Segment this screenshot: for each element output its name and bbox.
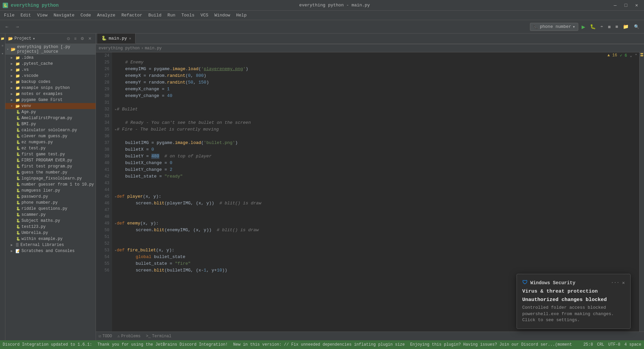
tree-item-within-example[interactable]: 🐍 within example.py — [5, 236, 96, 242]
run-config-icon: 📞 — [533, 24, 538, 30]
debug-button[interactable]: 🐛 — [589, 22, 597, 31]
tree-label-within-example: within example.py — [21, 237, 62, 241]
run-config-dropdown[interactable]: 📞 phone number ▾ — [530, 23, 578, 31]
tree-item-first-test[interactable]: 🐍 first test program.py — [5, 163, 96, 169]
tree-item-loginpage[interactable]: 🐍 loginpage_fixsololearn.py — [5, 176, 96, 182]
tab-todo[interactable]: ☑ TODO — [99, 334, 112, 339]
title-bar-controls: — □ ✕ — [610, 1, 641, 10]
project-selector[interactable]: 📂 Project ▾ — [8, 36, 35, 41]
python-file-icon: 🐍 — [16, 110, 20, 114]
tree-item-venv[interactable]: ▾ 📂 venv — [5, 103, 96, 109]
menu-code[interactable]: Code — [78, 12, 94, 19]
menu-help[interactable]: Help — [233, 12, 249, 19]
tree-item-pytest[interactable]: ▶ 📁 .pytest_cache — [5, 61, 96, 67]
tree-item-guess-number[interactable]: 🐍 guess the number.py — [5, 169, 96, 176]
search-button[interactable]: 🔍 — [632, 23, 641, 31]
tree-item-test123[interactable]: 🐍 test123.py — [5, 224, 96, 230]
folder-button[interactable]: 📁 — [622, 22, 630, 31]
notification-heading: Unauthorized changes blocked — [522, 297, 625, 303]
minimize-button[interactable]: — — [610, 1, 620, 10]
tree-item-scratches[interactable]: ▶ 📝 Scratches and Consoles — [5, 248, 96, 254]
tab-close-button[interactable]: ✕ — [129, 36, 131, 41]
tree-item-backup-codes[interactable]: ▶ 📁 backup codes — [5, 79, 96, 85]
sidebar-scope-button[interactable]: ⊙ — [65, 36, 71, 42]
tree-item-vs[interactable]: ▶ 📁 .vs — [5, 67, 96, 73]
tree-item-scammer[interactable]: 🐍 scammer.py — [5, 212, 96, 218]
notification-subtitle: Virus & threat protection — [522, 289, 625, 294]
tab-problems[interactable]: ⚠ Problems — [117, 334, 141, 339]
menu-analyze[interactable]: Analyze — [94, 12, 118, 19]
tree-item-first-program[interactable]: 🐍 FIRST PROGRAM EVER.py — [5, 157, 96, 163]
tree-label-phone-number: phone number.py — [21, 200, 58, 205]
tree-item-notes[interactable]: ▶ 📁 notes or examples — [5, 91, 96, 97]
project-icon[interactable]: 📁 — [0, 36, 5, 41]
sidebar-settings-button[interactable]: ⚙ — [79, 36, 86, 42]
tree-item-vscode[interactable]: ▶ 📁 .vscode — [5, 73, 96, 79]
notification-close-button[interactable]: ✕ — [622, 280, 625, 286]
right-gutter[interactable] — [639, 52, 644, 332]
terminal-icon: >_ — [146, 334, 151, 339]
tree-item-numguess-lier[interactable]: 🐍 numguess lier.py — [5, 188, 96, 194]
tree-item-bmi[interactable]: 🐍 BMI.py — [5, 121, 96, 127]
tree-root[interactable]: ▾ 📂 everything python [.py projects] _so… — [5, 44, 96, 55]
toolbar-back-button[interactable]: ← — [3, 23, 11, 31]
menu-edit[interactable]: Edit — [18, 12, 34, 19]
menu-window[interactable]: Window — [212, 12, 233, 19]
menu-tools[interactable]: Tools — [179, 12, 197, 19]
tree-item-password[interactable]: 🐍 password.py — [5, 194, 96, 200]
tree-item-age[interactable]: 🐍 Age.py — [5, 109, 96, 115]
menu-vcs[interactable]: VCS — [198, 12, 211, 19]
status-bar: Discord Integration updated to 1.6.1: Th… — [0, 340, 644, 349]
title-bar-title: everything python - main.py — [299, 3, 370, 8]
tree-item-calc-solo[interactable]: 🐍 calculator sololearn.py — [5, 127, 96, 133]
tree-label-guess-number: guess the number.py — [21, 170, 67, 175]
tree-item-umbrella[interactable]: 🐍 Umbrella.py — [5, 230, 96, 236]
chevron-down-icon: ▾ — [573, 24, 575, 30]
sidebar-close-button[interactable]: ✕ — [87, 36, 93, 42]
sidebar-collapse-button[interactable]: ≡ — [73, 36, 78, 42]
tree-item-ez-test[interactable]: 🐍 ez test.py — [5, 145, 96, 151]
tree-item-number-guesser[interactable]: 🐍 number guesser from 1 to 10.py — [5, 182, 96, 188]
menu-build[interactable]: Build — [146, 12, 164, 19]
tree-item-amelia[interactable]: 🐍 AmeliaFirstProgram.py — [5, 115, 96, 121]
tree-item-subject-maths[interactable]: 🐍 Subject maths.py — [5, 218, 96, 224]
notification-title: 🛡 Windows Security — [522, 280, 575, 286]
indent: 4 space — [625, 342, 641, 347]
menu-view[interactable]: View — [34, 12, 50, 19]
toolbar-forward-button[interactable]: → — [13, 23, 21, 31]
stop-button[interactable]: ■ — [614, 23, 620, 31]
tree-item-external-libs[interactable]: ▶ 🗄 External Libraries — [5, 242, 96, 248]
app-name: everything python — [11, 3, 59, 8]
folder-icon: 📁 — [15, 56, 20, 60]
tree-item-clever-num[interactable]: 🐍 clever num guess.py — [5, 133, 96, 139]
code-line-41: bulletY_change = 2 — [115, 166, 637, 173]
notification-menu-button[interactable]: ··· — [611, 280, 619, 286]
tree-item-first-game[interactable]: 🐍 first game test.py — [5, 151, 96, 157]
profile-button[interactable]: ◼ — [606, 22, 612, 31]
menu-file[interactable]: File — [1, 12, 17, 19]
tree-item-example-snips[interactable]: ▶ 📁 example snips python — [5, 85, 96, 91]
code-line-28: enemyY = random.randint(50, 150) — [115, 79, 637, 86]
tree-label-riddle: riddle questions.py — [21, 206, 67, 211]
tree-item-idea[interactable]: ▶ 📁 .idea — [5, 55, 96, 61]
code-line-43 — [115, 180, 637, 187]
tree-item-phone-number[interactable]: 🐍 phone number.py — [5, 200, 96, 206]
tree-item-ez-numgues[interactable]: 🐍 ez numgues.py — [5, 139, 96, 145]
coverage-button[interactable]: ☂ — [599, 22, 604, 31]
favorites-icon[interactable]: ★ — [0, 51, 5, 56]
close-button[interactable]: ✕ — [632, 1, 641, 10]
menu-navigate[interactable]: Navigate — [51, 12, 77, 19]
menu-refactor[interactable]: Refactor — [119, 12, 145, 19]
run-button[interactable]: ▶ — [580, 22, 587, 32]
tree-root-icon: 📂 — [11, 47, 16, 52]
tree-item-pygame[interactable]: ▶ 📁 pygame Game First — [5, 97, 96, 103]
menu-run[interactable]: Run — [165, 12, 178, 19]
code-line-37: bulletIMG = pygame.image.load('bullet.pn… — [115, 140, 637, 146]
code-line-50: screen.blit(enemyIMG, (x, y)) # blit() i… — [115, 227, 637, 234]
tree-item-riddle[interactable]: 🐍 riddle questions.py — [5, 206, 96, 212]
structure-icon[interactable]: ≡ — [0, 44, 5, 48]
tab-terminal[interactable]: >_ Terminal — [146, 334, 171, 339]
maximize-button[interactable]: □ — [621, 1, 631, 10]
shield-icon: 🛡 — [522, 280, 528, 286]
tab-main-py[interactable]: 🐍 main.py ✕ — [97, 34, 136, 44]
